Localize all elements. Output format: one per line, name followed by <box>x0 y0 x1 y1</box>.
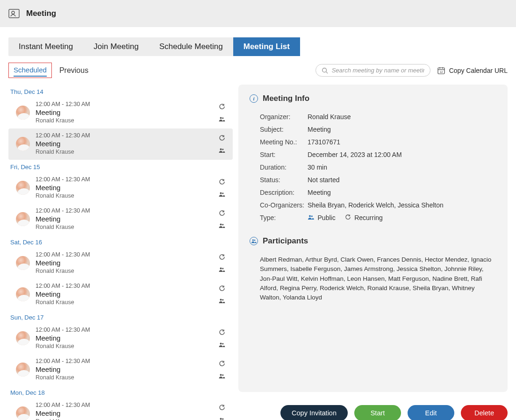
avatar <box>16 212 30 226</box>
date-header: Sat, Dec 16 <box>8 235 233 248</box>
meeting-time: 12:00 AM - 12:30 AM <box>36 176 213 183</box>
meeting-item[interactable]: 12:00 AM - 12:30 AMMeetingRonald Krause <box>8 172 233 204</box>
value-description: Meeting <box>308 189 331 196</box>
group-icon <box>218 148 225 153</box>
svg-point-16 <box>222 299 223 300</box>
page-title: Meeting <box>26 9 56 18</box>
avatar <box>16 287 30 301</box>
meeting-time: 12:00 AM - 12:30 AM <box>36 207 213 214</box>
svg-point-26 <box>254 240 256 241</box>
meeting-organizer: Ronald Krause <box>36 299 213 306</box>
recurring-icon <box>219 178 225 185</box>
avatar <box>16 363 30 377</box>
tab-meeting-list[interactable]: Meeting List <box>233 37 300 56</box>
meeting-item[interactable]: 12:00 AM - 12:30 AMMeetingRonald Krause <box>8 128 233 160</box>
avatar <box>16 331 30 345</box>
value-status: Not started <box>308 176 339 184</box>
group-icon <box>218 298 225 304</box>
meeting-item[interactable]: 12:00 AM - 12:30 AMMeetingRonald Krause <box>8 354 233 385</box>
meeting-time: 12:00 AM - 12:30 AM <box>36 327 213 333</box>
recurring-icon <box>345 214 353 221</box>
svg-point-1 <box>12 11 14 14</box>
subtab-scheduled-label: Scheduled <box>14 66 47 77</box>
search-box[interactable] <box>315 64 430 77</box>
date-header: Fri, Dec 15 <box>8 160 233 172</box>
group-icon <box>218 192 225 197</box>
meeting-title: Meeting <box>36 334 213 342</box>
svg-point-20 <box>222 374 223 376</box>
group-icon <box>218 373 225 379</box>
meeting-item[interactable]: 12:00 AM - 12:30 AMMeetingRonald Krause <box>8 204 233 235</box>
value-start: December 14, 2023 at 12:00 AM <box>308 151 402 158</box>
recurring-icon <box>219 360 225 367</box>
avatar <box>16 137 30 151</box>
svg-point-17 <box>220 342 222 344</box>
copy-calendar-url-label: Copy Calendar URL <box>449 67 508 74</box>
copy-invitation-button[interactable]: Copy Invitation <box>280 405 348 420</box>
svg-point-7 <box>220 148 222 150</box>
svg-point-21 <box>220 418 222 420</box>
svg-text:12: 12 <box>439 71 443 73</box>
participants-list: Albert Redman, Arthur Byrd, Clark Owen, … <box>250 253 496 302</box>
start-button[interactable]: Start <box>354 405 401 420</box>
recurring-icon <box>219 285 225 292</box>
meeting-time: 12:00 AM - 12:30 AM <box>36 251 213 258</box>
search-input[interactable] <box>332 67 424 74</box>
meeting-title: Meeting <box>36 290 213 298</box>
svg-point-13 <box>220 267 222 269</box>
label-description: Description: <box>260 189 308 196</box>
recurring-badge: Recurring <box>345 214 383 221</box>
group-icon <box>218 116 225 122</box>
meeting-info-heading-text: Meeting Info <box>263 94 309 103</box>
delete-button[interactable]: Delete <box>461 405 508 420</box>
subtab-scheduled[interactable]: Scheduled <box>8 63 52 78</box>
recurring-icon <box>219 103 225 110</box>
meeting-time: 12:00 AM - 12:30 AM <box>36 283 213 289</box>
svg-point-6 <box>222 117 223 119</box>
tab-join-meeting[interactable]: Join Meeting <box>83 37 149 56</box>
app-header: Meeting <box>0 0 516 27</box>
value-organizer: Ronald Krause <box>308 113 351 121</box>
search-icon <box>322 67 328 74</box>
recurring-icon <box>219 210 225 216</box>
recurring-icon <box>219 135 225 141</box>
svg-point-15 <box>220 299 222 300</box>
svg-point-12 <box>222 224 223 225</box>
meeting-title: Meeting <box>36 184 213 192</box>
participants-heading-text: Participants <box>263 236 308 246</box>
edit-button[interactable]: Edit <box>408 405 454 420</box>
type-public-label: Public <box>318 214 336 221</box>
recurring-icon <box>219 329 225 335</box>
meeting-item[interactable]: 12:00 AM - 12:30 AMMeetingRonald Krause <box>8 279 233 310</box>
label-co-organizers: Co-Organizers: <box>260 201 308 209</box>
svg-point-2 <box>322 68 326 72</box>
meeting-item[interactable]: 12:00 AM - 12:30 AMMeetingRonald Krause <box>8 398 233 420</box>
group-icon <box>218 223 225 228</box>
subtab-previous[interactable]: Previous <box>59 66 88 75</box>
group-small-icon <box>308 214 316 221</box>
meeting-organizer: Ronald Krause <box>36 117 213 124</box>
tab-schedule-meeting[interactable]: Schedule Meeting <box>149 37 233 56</box>
value-subject: Meeting <box>308 126 331 133</box>
meeting-time: 12:00 AM - 12:30 AM <box>36 402 213 408</box>
svg-point-25 <box>252 239 254 241</box>
meeting-title: Meeting <box>36 108 213 116</box>
person-card-icon <box>8 9 20 18</box>
copy-calendar-url[interactable]: 12 Copy Calendar URL <box>437 66 508 75</box>
meeting-item[interactable]: 12:00 AM - 12:30 AMMeetingRonald Krause <box>8 248 233 279</box>
calendar-icon: 12 <box>437 66 445 75</box>
avatar <box>16 181 30 195</box>
label-status: Status: <box>260 176 308 184</box>
tab-instant-meeting[interactable]: Instant Meeting <box>8 37 83 56</box>
meeting-organizer: Ronald Krause <box>36 343 213 349</box>
meeting-item[interactable]: 12:00 AM - 12:30 AMMeetingRonald Krause <box>8 97 233 128</box>
label-meeting-no: Meeting No.: <box>260 138 308 146</box>
label-type: Type: <box>260 214 308 221</box>
meeting-item[interactable]: 12:00 AM - 12:30 AMMeetingRonald Krause <box>8 323 233 354</box>
svg-point-19 <box>220 374 222 376</box>
meeting-title: Meeting <box>36 365 213 373</box>
meeting-time: 12:00 AM - 12:30 AM <box>36 358 213 364</box>
svg-point-9 <box>220 192 222 194</box>
date-header: Sun, Dec 17 <box>8 310 233 323</box>
svg-point-18 <box>222 343 223 344</box>
